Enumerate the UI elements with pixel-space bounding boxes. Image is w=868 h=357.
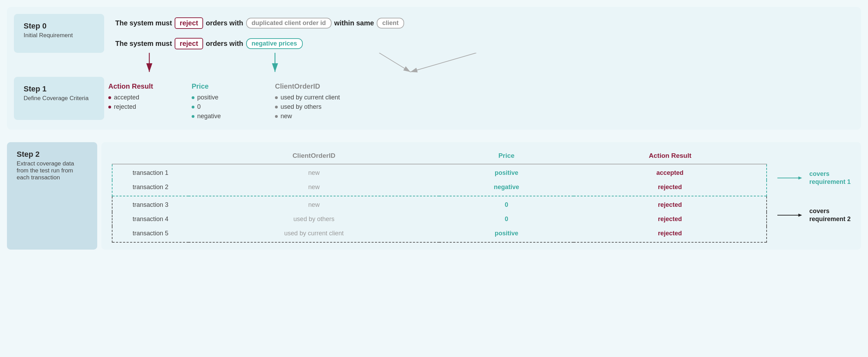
criteria-label-positive: positive (197, 94, 218, 101)
upper-section: Step 0 Initial Requirement The system mu… (7, 7, 861, 130)
td-tx5-result: rejected (574, 226, 767, 242)
td-tx2-name: transaction 2 (112, 180, 189, 196)
td-tx2-price: negative (439, 180, 574, 196)
arrow-req2 (777, 212, 805, 219)
table-row: transaction 1 new positive accepted (112, 164, 767, 180)
step0-box: Step 0 Initial Requirement (14, 14, 104, 53)
arrows-row (14, 53, 854, 77)
td-tx3-result: rejected (574, 196, 767, 212)
step0-number: Step 0 (24, 22, 94, 31)
criteria-item-accepted: accepted (108, 94, 171, 101)
req2-highlight-badge: negative prices (246, 38, 303, 49)
annotation-req1: covers requirement 1 (777, 170, 851, 186)
coverage-table: ClientOrderID Price Action Result transa… (112, 149, 767, 243)
td-tx1-coid: new (189, 164, 439, 180)
td-tx1-price: positive (439, 164, 574, 180)
th-action-result: Action Result (574, 149, 767, 164)
table-header-row: ClientOrderID Price Action Result (112, 149, 767, 164)
annotation-req2-text: covers requirement 2 (809, 207, 851, 224)
req1-prefix: The system must (115, 19, 172, 27)
td-tx3-coid: new (189, 196, 439, 212)
td-tx5-price: positive (439, 226, 574, 242)
table-row: transaction 2 new negative rejected (112, 180, 767, 196)
td-tx4-name: transaction 4 (112, 212, 189, 226)
step1-number: Step 1 (24, 84, 94, 94)
td-tx5-name: transaction 5 (112, 226, 189, 242)
req2-prefix: The system must (115, 40, 172, 48)
requirement-2: The system must reject orders with negat… (115, 38, 847, 49)
criteria-coid-header: ClientOrderID (275, 82, 340, 90)
req1-highlight-badge: duplicated client order id (246, 18, 332, 29)
step2-annotations: covers requirement 1 c (767, 149, 851, 243)
td-tx3-price: 0 (439, 196, 574, 212)
annotation-req2: covers requirement 2 (777, 207, 851, 224)
step1-content: Action Result accepted rejected Price (108, 77, 340, 120)
criteria-label-used-current: used by current client (281, 94, 340, 101)
criteria-label-rejected: rejected (114, 103, 136, 111)
criteria-item-used-current: used by current client (275, 94, 340, 101)
req2-action-badge: reject (175, 38, 203, 49)
td-tx5-coid: used by current client (189, 226, 439, 242)
step2-row: Step 2 Extract coverage datafrom the tes… (7, 142, 861, 250)
step1-title: Define Coverage Criteria (24, 95, 94, 102)
req2-middle: orders with (206, 40, 243, 48)
criteria-price: Price positive 0 negative (192, 82, 254, 120)
req1-action-badge: reject (175, 17, 203, 29)
criteria-item-negative: negative (192, 113, 254, 120)
table-row: transaction 4 used by others 0 rejected (112, 212, 767, 226)
bullet-rejected (108, 106, 111, 108)
bullet-negative (192, 115, 194, 118)
criteria-action-result: Action Result accepted rejected (108, 82, 171, 120)
req1-suffix-pre: within same (334, 19, 374, 27)
td-tx2-coid: new (189, 180, 439, 196)
svg-line-2 (379, 53, 410, 72)
requirement-1: The system must reject orders with dupli… (115, 17, 847, 29)
criteria-item-new: new (275, 113, 340, 120)
step0-content: The system must reject orders with dupli… (108, 14, 854, 53)
arrows-svg (108, 53, 768, 75)
td-tx4-coid: used by others (189, 212, 439, 226)
criteria-item-zero: 0 (192, 103, 254, 111)
td-tx3-name: transaction 3 (112, 196, 189, 212)
criteria-price-header: Price (192, 82, 254, 90)
step0-row: Step 0 Initial Requirement The system mu… (14, 14, 854, 53)
td-tx4-price: 0 (439, 212, 574, 226)
step2-box: Step 2 Extract coverage datafrom the tes… (7, 142, 97, 250)
svg-line-3 (410, 53, 476, 72)
step2-table-area: ClientOrderID Price Action Result transa… (112, 149, 767, 243)
step2-number: Step 2 (17, 150, 87, 159)
criteria-label-zero: 0 (197, 103, 201, 111)
step1-box: Step 1 Define Coverage Criteria (14, 77, 104, 120)
td-tx1-result: accepted (574, 164, 767, 180)
annotation-covers-req2-line1: covers (809, 207, 851, 215)
svg-marker-10 (798, 214, 802, 217)
criteria-label-used-others: used by others (281, 103, 322, 111)
criteria-item-positive: positive (192, 94, 254, 101)
annotation-covers-req1-line1: covers (809, 170, 851, 178)
criteria-action-result-header: Action Result (108, 82, 171, 90)
td-tx4-result: rejected (574, 212, 767, 226)
table-row: transaction 3 new 0 rejected (112, 196, 767, 212)
td-tx1-name: transaction 1 (112, 164, 189, 180)
th-price: Price (439, 149, 574, 164)
th-transaction (112, 149, 189, 164)
arrow-req1 (777, 175, 805, 181)
bullet-positive (192, 96, 194, 99)
annotation-req1-text: covers requirement 1 (809, 170, 851, 186)
step1-row: Step 1 Define Coverage Criteria Action R… (14, 77, 854, 120)
criteria-label-negative: negative (197, 113, 221, 120)
step2-title: Extract coverage datafrom the test run f… (17, 160, 87, 181)
criteria-client-order-id: ClientOrderID used by current client use… (275, 82, 340, 120)
req1-client-badge: client (377, 18, 404, 29)
criteria-label-accepted: accepted (114, 94, 139, 101)
bullet-used-current (275, 96, 278, 99)
td-tx2-result: rejected (574, 180, 767, 196)
svg-marker-8 (798, 177, 802, 180)
main-container: Step 0 Initial Requirement The system mu… (7, 7, 861, 250)
req1-middle: orders with (206, 19, 243, 27)
step0-title: Initial Requirement (24, 32, 94, 39)
annotation-covers-req2-line2: requirement 2 (809, 215, 851, 223)
criteria-label-new: new (281, 113, 292, 120)
annotation-covers-req1-line2: requirement 1 (809, 178, 851, 186)
bullet-zero (192, 106, 194, 108)
